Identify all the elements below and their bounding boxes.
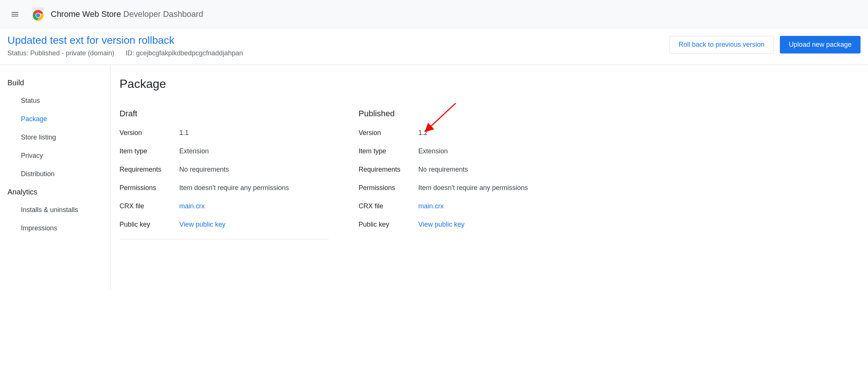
draft-permissions-row: Permissions Item doesn't require any per…	[120, 184, 329, 192]
draft-pubkey-link[interactable]: View public key	[179, 221, 226, 228]
draft-version-label: Version	[120, 129, 179, 137]
sub-header-left: Updated test ext for version rollback St…	[7, 34, 669, 57]
draft-requirements-value: No requirements	[179, 166, 229, 174]
draft-crx-link[interactable]: main.crx	[179, 202, 205, 210]
draft-requirements-label: Requirements	[120, 166, 179, 174]
published-item-type-row: Item type Extension	[359, 147, 568, 155]
draft-item-type-label: Item type	[120, 147, 179, 155]
sub-header-actions: Roll back to previous version Upload new…	[669, 34, 861, 53]
sidebar-section-build: Build	[0, 74, 110, 92]
published-pubkey-link[interactable]: View public key	[418, 221, 465, 228]
app-title: Chrome Web Store Developer Dashboard	[51, 9, 203, 19]
published-item-type-label: Item type	[359, 147, 418, 155]
sidebar: Build Status Package Store listing Priva…	[0, 65, 111, 289]
published-column: Published Version 1.2 Item type Extensio…	[359, 109, 568, 239]
draft-title: Draft	[120, 109, 329, 119]
draft-crx-label: CRX file	[120, 202, 179, 210]
draft-version-row: Version 1.1	[120, 129, 329, 137]
rollback-button[interactable]: Roll back to previous version	[669, 36, 774, 53]
published-permissions-row: Permissions Item doesn't require any per…	[359, 184, 568, 192]
sidebar-item-impressions[interactable]: Impressions	[0, 219, 110, 237]
draft-item-type-row: Item type Extension	[120, 147, 329, 155]
top-bar: Chrome Web Store Developer Dashboard	[0, 0, 868, 28]
page-title: Package	[120, 77, 859, 91]
id-value: gcejbcgfakpikdbedpcgcfnaddjahpan	[136, 49, 243, 57]
upload-button[interactable]: Upload new package	[780, 36, 861, 53]
main-container: Build Status Package Store listing Priva…	[0, 65, 868, 289]
published-permissions-value: Item doesn't require any permissions	[418, 184, 528, 192]
chrome-logo-icon	[31, 7, 45, 21]
published-version-label: Version	[359, 129, 418, 137]
sidebar-item-privacy[interactable]: Privacy	[0, 147, 110, 165]
extension-meta: Status: Published - private (domain) ID:…	[7, 49, 669, 57]
menu-icon[interactable]	[6, 5, 24, 23]
sub-header: Updated test ext for version rollback St…	[0, 28, 868, 65]
status-value: Published - private (domain)	[30, 49, 114, 57]
published-pubkey-label: Public key	[359, 221, 418, 228]
content: Package Draft Version 1.1 Item type Exte…	[111, 65, 868, 289]
sidebar-section-analytics: Analytics	[0, 183, 110, 201]
draft-crx-row: CRX file main.crx	[120, 202, 329, 210]
published-requirements-row: Requirements No requirements	[359, 166, 568, 174]
published-permissions-label: Permissions	[359, 184, 418, 192]
extension-title[interactable]: Updated test ext for version rollback	[7, 34, 669, 46]
published-pubkey-row: Public key View public key	[359, 221, 568, 228]
published-version-value: 1.2	[418, 129, 428, 137]
draft-pubkey-row: Public key View public key	[120, 221, 329, 228]
published-requirements-value: No requirements	[418, 166, 468, 174]
published-requirements-label: Requirements	[359, 166, 418, 174]
published-crx-link[interactable]: main.crx	[418, 202, 444, 210]
draft-version-value: 1.1	[179, 129, 189, 137]
published-crx-label: CRX file	[359, 202, 418, 210]
draft-requirements-row: Requirements No requirements	[120, 166, 329, 174]
status-label: Status:	[7, 49, 28, 57]
draft-item-type-value: Extension	[179, 147, 209, 155]
id-label: ID:	[125, 49, 134, 57]
package-columns: Draft Version 1.1 Item type Extension Re…	[120, 109, 859, 239]
draft-divider	[120, 239, 329, 239]
sidebar-item-store-listing[interactable]: Store listing	[0, 128, 110, 147]
sidebar-item-distribution[interactable]: Distribution	[0, 165, 110, 183]
app-title-main: Chrome Web Store	[51, 9, 121, 19]
draft-permissions-value: Item doesn't require any permissions	[179, 184, 289, 192]
sidebar-item-installs[interactable]: Installs & uninstalls	[0, 201, 110, 219]
published-title: Published	[359, 109, 568, 119]
published-item-type-value: Extension	[418, 147, 448, 155]
draft-column: Draft Version 1.1 Item type Extension Re…	[120, 109, 329, 239]
app-title-sub: Developer Dashboard	[123, 9, 203, 19]
published-crx-row: CRX file main.crx	[359, 202, 568, 210]
draft-permissions-label: Permissions	[120, 184, 179, 192]
sidebar-item-status[interactable]: Status	[0, 92, 110, 110]
draft-pubkey-label: Public key	[120, 221, 179, 228]
sidebar-item-package[interactable]: Package	[0, 110, 110, 128]
published-version-row: Version 1.2	[359, 129, 568, 137]
